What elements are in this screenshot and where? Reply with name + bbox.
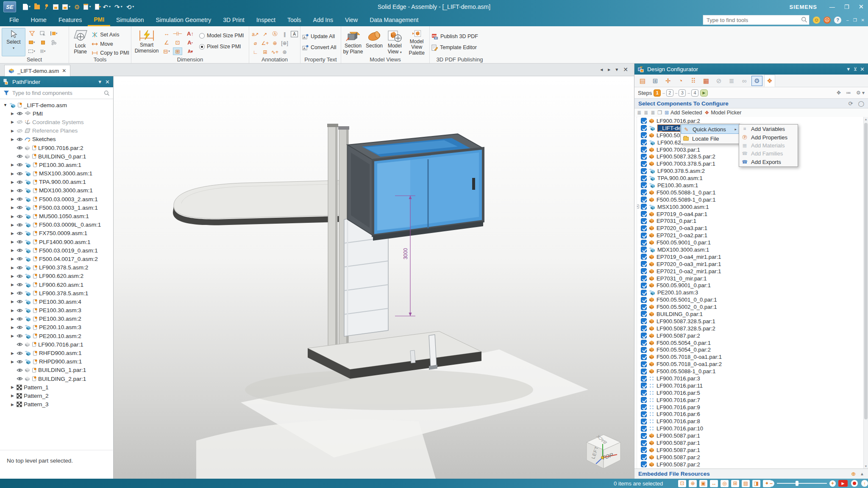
component-row[interactable]: EP7019_0-oa4.par:1 bbox=[641, 211, 868, 218]
component-checkbox[interactable] bbox=[641, 132, 647, 138]
surface-texture-icon[interactable]: ∥ bbox=[280, 30, 289, 38]
dc-gauge-icon[interactable]: ◔ bbox=[675, 76, 686, 86]
doc-minimize-button[interactable]: – bbox=[846, 18, 849, 22]
component-checkbox[interactable] bbox=[641, 369, 647, 374]
tree-item[interactable]: ▶PE100.30.asm:4 bbox=[0, 297, 113, 306]
coordinate-dimension-icon[interactable]: ⊟▾ bbox=[162, 47, 171, 55]
component-checkbox[interactable] bbox=[641, 125, 647, 131]
pan-icon[interactable]: ↔ bbox=[710, 480, 718, 487]
fit-icon[interactable]: ▣ bbox=[699, 480, 707, 487]
tree-item[interactable]: ▶LF900.620.asm:2 bbox=[0, 272, 113, 280]
tree-item[interactable]: ▶Reference Planes bbox=[0, 127, 113, 135]
upload-button[interactable]: ↑ bbox=[861, 480, 868, 487]
context-submenu-item-add-exports[interactable]: ☎Add Exports bbox=[740, 158, 797, 166]
panel-dock-icon[interactable]: ▼ bbox=[97, 79, 102, 84]
save-as-icon[interactable]: ▾ bbox=[62, 4, 70, 10]
edge-condition-icon[interactable]: ⊞ bbox=[261, 48, 270, 56]
exit-icon[interactable] bbox=[95, 4, 99, 10]
context-menu-item-quick-actions[interactable]: ✎Quick Actions▸ bbox=[681, 125, 739, 134]
lock-plane-button[interactable]: Lock Plane bbox=[71, 28, 90, 56]
expand-icon[interactable]: ▶ bbox=[10, 231, 15, 236]
expand-icon[interactable]: ▶ bbox=[10, 214, 15, 219]
expand-icon[interactable]: ▶ bbox=[10, 266, 15, 270]
dc-configurations-icon[interactable]: ⊞ bbox=[650, 76, 661, 86]
tree-item[interactable]: ▶PMI bbox=[0, 109, 113, 118]
component-checkbox[interactable] bbox=[641, 247, 647, 252]
steps-list-icon[interactable]: ≔ bbox=[846, 90, 851, 96]
list-hierarchy-icon[interactable]: ❐ bbox=[657, 110, 662, 116]
filter-icon[interactable] bbox=[3, 90, 9, 96]
expand-icon[interactable]: ▶ bbox=[10, 223, 15, 227]
tree-item[interactable]: ▶PE100.30.asm:2 bbox=[0, 315, 113, 323]
component-row[interactable]: EP7021_0-oa2.par:1 bbox=[641, 232, 868, 239]
component-row[interactable]: F500.05.7018_0-oa1.par:1 bbox=[641, 353, 868, 360]
dc-list-scrollbar[interactable]: ▲ ▼ bbox=[863, 117, 868, 469]
component-row[interactable]: LF900.5087.328.5.par:2 bbox=[641, 325, 868, 332]
section-refresh-icon[interactable]: ⟳ bbox=[849, 100, 853, 107]
steps-settings-icon[interactable]: ⚙ ▾ bbox=[856, 90, 865, 96]
ribbon-tab-add-ins[interactable]: Add Ins bbox=[307, 14, 339, 26]
component-row[interactable]: LF900.7016.par:11 bbox=[641, 382, 868, 389]
component-checkbox[interactable] bbox=[641, 433, 647, 439]
dc-automation-icon[interactable]: ⚙ bbox=[751, 76, 762, 86]
tree-item[interactable]: ▶Pattern_2 bbox=[0, 391, 113, 400]
clipboard-icon[interactable]: ▾ bbox=[83, 4, 91, 10]
dc-links-icon[interactable]: ∞ bbox=[739, 76, 750, 86]
component-checkbox[interactable] bbox=[641, 118, 647, 124]
tree-item[interactable]: ▶F500.03.0003_1.asm:1 bbox=[0, 203, 113, 212]
angle-between-icon[interactable]: ∠ bbox=[162, 39, 171, 46]
component-checkbox[interactable] bbox=[641, 354, 647, 360]
component-row[interactable]: F500.05.9001_0.par:1 bbox=[641, 239, 868, 246]
tree-item[interactable]: ▶F500.03.0019_0.asm:1 bbox=[0, 246, 113, 255]
tree-item[interactable]: ▶MU500.1050.asm:1 bbox=[0, 212, 113, 220]
expand-icon[interactable]: ▶ bbox=[10, 248, 15, 252]
tree-item[interactable]: ▶LF900.378.5.asm:1 bbox=[0, 289, 113, 297]
diameter-callout-icon[interactable]: ⌀ bbox=[251, 39, 260, 47]
expand-icon[interactable]: ▶ bbox=[10, 317, 15, 321]
component-checkbox[interactable] bbox=[641, 275, 647, 281]
component-row[interactable]: EP7019_0-oa4_mir1.par:1 bbox=[641, 253, 868, 261]
component-row[interactable]: F500.05.9001_0.par:1 bbox=[641, 282, 868, 289]
component-row[interactable]: EP7031_0.par:1 bbox=[641, 217, 868, 225]
tree-item[interactable]: ▶Pattern_3 bbox=[0, 400, 113, 409]
component-checkbox[interactable] bbox=[641, 426, 647, 432]
dc-part-tool-icon[interactable]: ▤ bbox=[637, 76, 648, 86]
ribbon-tab-file[interactable]: File bbox=[3, 14, 25, 26]
dimension-active-icon[interactable]: ⊞ bbox=[173, 47, 182, 55]
target-area-icon[interactable]: ⊛ bbox=[280, 48, 289, 56]
zoom-area-icon[interactable]: ⊡ bbox=[678, 480, 686, 487]
record-button[interactable] bbox=[851, 480, 858, 487]
tree-item[interactable]: ▶zxCoordinate Systems bbox=[0, 118, 113, 126]
component-checkbox[interactable] bbox=[641, 390, 647, 396]
component-row[interactable]: F500.05.5054_0.par:1 bbox=[641, 339, 868, 347]
callout-icon[interactable]: ↗ bbox=[261, 30, 270, 38]
section-help-icon[interactable]: ◯ bbox=[858, 100, 864, 107]
component-row[interactable]: TPA.900.00.asm:1 bbox=[641, 175, 868, 182]
tree-item[interactable]: ▶RHFD900.asm:1 bbox=[0, 349, 113, 357]
zoom-slider-track[interactable] bbox=[777, 483, 827, 484]
component-checkbox[interactable] bbox=[641, 254, 647, 260]
redo-icon[interactable]: ↷▾ bbox=[114, 4, 122, 10]
expand-icon[interactable]: ▶ bbox=[10, 274, 15, 278]
component-checkbox[interactable] bbox=[641, 168, 647, 174]
component-row[interactable]: PE200.10.asm:3 bbox=[641, 289, 868, 296]
doc-restore-button[interactable]: ❐ bbox=[853, 18, 857, 22]
update-all-button[interactable]: A Update All bbox=[302, 32, 336, 41]
tree-item[interactable]: ▶MDX100.3000.asm:1 bbox=[0, 186, 113, 195]
tree-item[interactable]: ▶PE100.30.asm:3 bbox=[0, 306, 113, 315]
close-button[interactable]: ✕ bbox=[858, 3, 864, 11]
component-checkbox[interactable] bbox=[641, 419, 647, 424]
expand-icon[interactable]: ▶ bbox=[10, 351, 15, 355]
panel-close-icon[interactable]: ✕ bbox=[105, 79, 110, 85]
list-invert-icon[interactable]: ≣ bbox=[651, 110, 655, 116]
component-checkbox[interactable] bbox=[641, 268, 647, 274]
curve-annotation-icon[interactable]: ∿+ bbox=[270, 48, 279, 56]
expand-icon[interactable]: ▶ bbox=[10, 197, 15, 201]
expand-icon[interactable]: ▶ bbox=[10, 137, 15, 141]
new-document-icon[interactable]: ▾ bbox=[23, 4, 31, 10]
expand-icon[interactable]: ▶ bbox=[10, 189, 15, 193]
component-checkbox[interactable] bbox=[641, 397, 647, 403]
weld-symbol-icon[interactable]: ∟ bbox=[251, 48, 260, 56]
expand-icon[interactable]: ▶ bbox=[10, 325, 15, 330]
component-checkbox[interactable] bbox=[641, 411, 647, 417]
